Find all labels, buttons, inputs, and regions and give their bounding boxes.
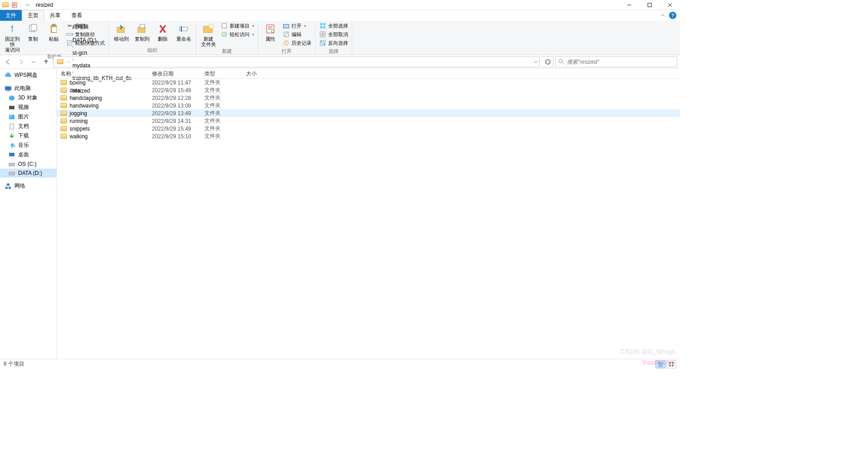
svg-rect-38	[7, 91, 9, 91]
nav-pictures[interactable]: 图片	[0, 112, 57, 122]
open-button[interactable]: 打开▾	[282, 22, 312, 30]
nav-music[interactable]: 音乐	[0, 141, 57, 150]
minimize-button[interactable]	[619, 0, 639, 10]
nav-documents[interactable]: 文档	[0, 122, 57, 131]
column-size[interactable]: 大小	[242, 69, 269, 78]
properties-button[interactable]: 属性	[261, 22, 280, 42]
tab-share[interactable]: 共享	[44, 10, 66, 21]
svg-rect-42	[10, 124, 14, 129]
nav-videos[interactable]: 视频	[0, 103, 57, 112]
help-icon[interactable]: ?	[669, 12, 676, 19]
nav-3d-objects[interactable]: 3D 对象	[0, 93, 57, 103]
view-details-button[interactable]	[656, 360, 665, 368]
forward-button[interactable]	[15, 56, 26, 67]
file-date: 2022/9/29 15:10	[148, 133, 201, 140]
address-bar: › 此电脑›DATA (D:)›st-gcn›mydata›training_l…	[0, 55, 680, 69]
pin-quick-access-button[interactable]: 固定到快 速访问	[3, 22, 22, 52]
tab-home[interactable]: 主页	[22, 10, 44, 21]
chevron-right-icon[interactable]: ›	[71, 32, 75, 37]
view-icons-button[interactable]	[666, 360, 676, 368]
search-box[interactable]	[555, 56, 677, 67]
tab-view[interactable]: 查看	[66, 10, 88, 21]
svg-point-18	[222, 32, 226, 37]
nav-wps[interactable]: WPS网盘	[0, 70, 57, 80]
ribbon-collapse-icon[interactable]	[660, 13, 665, 18]
select-none-button[interactable]: 全部取消	[318, 30, 349, 38]
select-all-button[interactable]: 全部选择	[318, 22, 349, 30]
address-dropdown[interactable]	[531, 57, 539, 67]
breadcrumb-segment[interactable]: DATA (D:)	[71, 37, 133, 43]
file-row[interactable]: running2022/9/29 14:31文件夹	[57, 117, 680, 125]
easy-access-button[interactable]: 轻松访问▾	[220, 30, 255, 38]
copy-button[interactable]: 复制	[24, 22, 42, 42]
recent-dropdown[interactable]	[28, 56, 39, 67]
nav-desktop[interactable]: 桌面	[0, 150, 57, 160]
nav-network[interactable]: 网络	[0, 181, 57, 191]
back-button[interactable]	[3, 56, 14, 67]
breadcrumb-segment[interactable]: st-gcn	[71, 50, 133, 56]
file-row[interactable]: walking2022/9/29 15:10文件夹	[57, 132, 680, 140]
folder-icon	[61, 103, 67, 108]
group-label-select: 选择	[318, 47, 349, 56]
breadcrumb-segment[interactable]: 此电脑	[71, 23, 133, 31]
copy-icon	[27, 23, 39, 35]
qat-dropdown-icon[interactable]	[24, 1, 31, 9]
svg-rect-39	[9, 106, 14, 109]
close-button[interactable]	[660, 0, 680, 10]
refresh-button[interactable]	[542, 56, 553, 67]
invert-selection-button[interactable]: 反向选择	[318, 39, 349, 47]
nav-this-pc[interactable]: 此电脑	[0, 84, 57, 93]
nav-data-d[interactable]: DATA (D:)	[0, 169, 57, 178]
column-type[interactable]: 类型	[201, 69, 242, 78]
history-button[interactable]: 历史记录	[282, 39, 312, 47]
chevron-right-icon[interactable]: ›	[66, 59, 71, 64]
delete-button[interactable]: 删除	[153, 22, 172, 42]
file-row[interactable]: snippets2022/9/29 15:49文件夹	[57, 125, 680, 132]
file-row[interactable]: jogging2022/9/29 13:49文件夹	[57, 109, 680, 117]
column-date[interactable]: 修改日期	[148, 69, 201, 78]
copy-to-icon	[136, 23, 148, 35]
properties-icon	[264, 23, 277, 35]
file-row[interactable]: handclapping2022/9/29 12:28文件夹	[57, 94, 680, 102]
svg-rect-17	[222, 24, 226, 28]
file-row[interactable]: boxing2022/9/29 11:47文件夹	[57, 79, 680, 86]
rename-button[interactable]: 重命名	[174, 22, 193, 42]
file-date: 2022/9/29 13:49	[148, 110, 201, 117]
svg-rect-48	[9, 187, 11, 189]
breadcrumb-bar[interactable]: › 此电脑›DATA (D:)›st-gcn›mydata›training_l…	[53, 56, 540, 67]
file-row[interactable]: data2022/9/29 15:49文件夹	[57, 86, 680, 94]
svg-point-20	[271, 30, 274, 33]
maximize-button[interactable]	[639, 0, 660, 10]
edit-button[interactable]: 编辑	[282, 30, 312, 38]
qat-properties-icon[interactable]	[11, 1, 18, 9]
paste-button[interactable]: 粘贴	[44, 22, 63, 42]
new-item-button[interactable]: 新建项目▾	[220, 22, 255, 30]
file-type: 文件夹	[201, 86, 242, 94]
svg-rect-33	[323, 40, 326, 42]
new-item-icon	[221, 22, 228, 29]
open-icon	[283, 22, 290, 29]
file-date: 2022/9/29 15:49	[148, 87, 201, 94]
document-icon	[8, 123, 15, 130]
cloud-icon	[5, 72, 12, 79]
select-all-icon	[319, 22, 326, 29]
chevron-right-icon[interactable]: ›	[71, 57, 75, 62]
column-name[interactable]: 名称	[57, 69, 148, 78]
file-row[interactable]: handwaving2022/9/29 13:08文件夹	[57, 102, 680, 109]
new-folder-button[interactable]: 新建 文件夹	[199, 22, 218, 47]
chevron-right-icon[interactable]: ›	[71, 44, 75, 49]
breadcrumb-segment[interactable]: mydata	[71, 62, 133, 69]
copy-to-button[interactable]: 复制到	[132, 22, 151, 42]
up-button[interactable]	[41, 56, 52, 67]
svg-rect-45	[9, 172, 14, 175]
column-headers: 名称 修改日期 类型 大小	[57, 69, 680, 79]
svg-rect-7	[52, 27, 57, 32]
status-text: 8 个项目	[4, 360, 24, 368]
file-date: 2022/9/29 13:08	[148, 103, 201, 109]
nav-os-c[interactable]: OS (C:)	[0, 160, 57, 169]
svg-point-16	[209, 24, 213, 28]
search-input[interactable]	[567, 59, 674, 65]
tab-file[interactable]: 文件	[0, 10, 22, 21]
nav-downloads[interactable]: 下载	[0, 131, 57, 141]
svg-rect-50	[672, 362, 674, 364]
